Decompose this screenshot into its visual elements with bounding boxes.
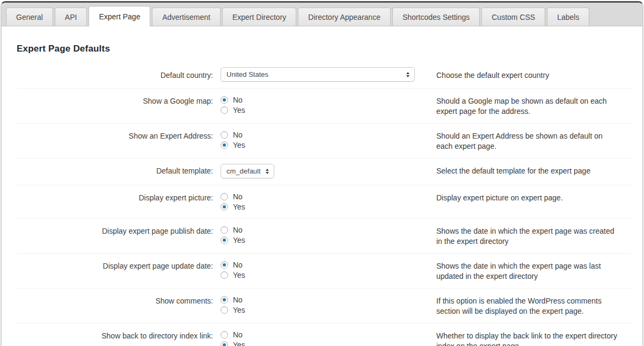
page-title: Expert Page Defaults [17,44,632,54]
radio-button[interactable] [221,261,228,269]
settings-panel: General API Expert Page Advertisement Ex… [1,1,643,346]
select-stepper-icon [406,72,409,77]
help-text: Shows the date in which the expert page … [436,225,619,247]
field-label: Show a Google map: [17,95,221,106]
radio-option-yes[interactable]: Yes [221,235,245,245]
radio-option-no[interactable]: No [221,191,243,201]
radio-option-yes[interactable]: Yes [221,340,245,346]
radio-option-no[interactable]: No [221,260,243,270]
field-label: Display expert page update date: [17,260,221,271]
tab-api[interactable]: API [55,8,87,26]
radio-label: Yes [233,236,245,244]
radio-label: Yes [233,203,245,211]
select-value: United States [226,70,268,78]
radio-button[interactable] [221,193,228,200]
field-control: cm_default [221,164,436,178]
radio-button[interactable] [221,306,228,314]
field-label: Default country: [17,69,221,81]
radio-label: Yes [233,271,245,279]
radio-group: No Yes [221,191,436,212]
radio-option-yes[interactable]: Yes [221,305,245,315]
settings-row-show-comments: Show comments: No Yes If this option is … [17,289,632,323]
settings-tabs: General API Expert Page Advertisement Ex… [2,3,642,26]
tab-general[interactable]: General [6,8,53,26]
radio-option-yes[interactable]: Yes [221,201,245,212]
help-text: Choose the default expert country [436,69,619,81]
radio-label: No [233,330,243,339]
field-label: Show an Expert Address: [17,129,221,141]
field-label: Display expert picture: [17,191,221,203]
radio-button[interactable] [221,131,228,139]
radio-option-yes[interactable]: Yes [221,140,245,150]
help-text: Should an Expert Address be shown as def… [436,129,619,152]
expert-page-defaults-form: Default country: United States Choose th… [17,62,632,346]
tab-custom-css[interactable]: Custom CSS [481,8,545,26]
default-template-select[interactable]: cm_default [221,164,274,178]
field-label: Display expert page publish date: [17,225,221,236]
settings-row-update-date: Display expert page update date: No Yes … [17,254,632,289]
radio-option-no[interactable]: No [221,329,243,340]
tab-content: Expert Page Defaults Default country: Un… [2,26,642,346]
radio-button[interactable] [221,341,228,346]
radio-group: No Yes [221,129,436,150]
radio-button[interactable] [221,296,228,304]
tab-expert-directory[interactable]: Expert Directory [222,8,296,26]
radio-label: Yes [233,306,245,314]
tab-shortcodes-settings[interactable]: Shortcodes Settings [392,8,480,26]
radio-option-no[interactable]: No [221,129,243,140]
radio-group: No Yes [221,294,436,315]
radio-button[interactable] [221,96,228,104]
help-text: Select the default template for the expe… [436,164,619,176]
select-stepper-icon [266,169,269,174]
settings-row-back-link: Show back to directory index link: No Ye… [17,323,632,346]
settings-row-expert-address: Show an Expert Address: No Yes Should an… [17,124,632,158]
help-text: Shows the date in which the expert page … [436,260,619,282]
radio-label: Yes [233,341,245,346]
help-text: Display expert picture on expert page. [436,191,619,203]
radio-group: No Yes [221,260,436,280]
radio-button[interactable] [221,226,228,234]
radio-label: No [233,192,243,201]
radio-option-yes[interactable]: Yes [221,270,245,280]
radio-group: No Yes [221,95,436,115]
select-value: cm_default [226,167,261,175]
radio-label: No [233,226,243,234]
radio-label: Yes [233,106,245,114]
help-text: Should a Google map be shown as default … [436,95,619,117]
tab-advertisement[interactable]: Advertisement [152,8,220,26]
radio-label: No [233,131,243,139]
help-text: If this option is enabled the WordPress … [436,294,619,316]
radio-button[interactable] [221,141,228,149]
field-label: Show back to directory index link: [17,329,221,341]
default-country-select[interactable]: United States [221,67,415,82]
field-label: Default template: [17,164,221,176]
field-label: Show comments: [17,294,221,306]
field-control: United States [221,69,436,82]
radio-button[interactable] [221,106,228,114]
radio-button[interactable] [221,331,228,338]
radio-label: No [233,261,243,269]
settings-row-default-template: Default template: cm_default Select the … [17,158,632,185]
radio-group: No Yes [221,329,436,346]
settings-row-expert-picture: Display expert picture: No Yes Display e… [17,185,632,219]
settings-row-google-map: Show a Google map: No Yes Should a Googl… [17,89,632,124]
radio-button[interactable] [221,203,228,211]
tab-labels[interactable]: Labels [547,8,589,26]
radio-label: No [233,96,243,104]
help-text: Whether to display the back link to the … [436,329,619,346]
settings-row-default-country: Default country: United States Choose th… [17,62,632,89]
radio-option-no[interactable]: No [221,225,243,235]
tab-directory-appearance[interactable]: Directory Appearance [298,8,391,26]
tab-expert-page[interactable]: Expert Page [89,6,150,26]
radio-button[interactable] [221,236,228,244]
radio-option-yes[interactable]: Yes [221,105,245,115]
radio-label: Yes [233,141,245,149]
radio-option-no[interactable]: No [221,95,243,105]
settings-row-publish-date: Display expert page publish date: No Yes… [17,219,632,254]
radio-group: No Yes [221,225,436,245]
radio-option-no[interactable]: No [221,294,243,305]
radio-label: No [233,295,243,304]
radio-button[interactable] [221,271,228,279]
